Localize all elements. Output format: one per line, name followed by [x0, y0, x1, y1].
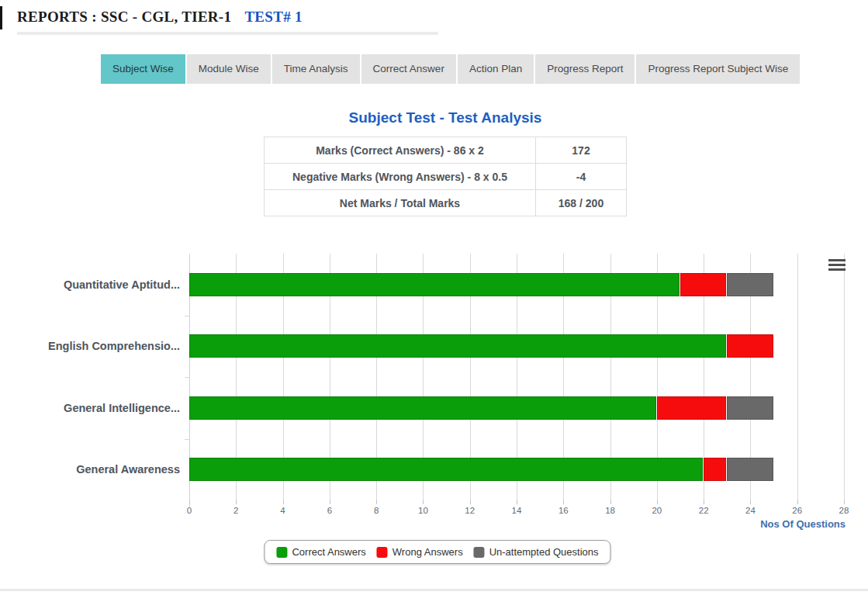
x-axis-tick: [610, 500, 611, 504]
x-axis-tick-label: 28: [828, 506, 859, 515]
y-axis-tick: [185, 316, 189, 317]
bottom-divider: [0, 589, 868, 591]
tab-bar: Subject WiseModule WiseTime AnalysisCorr…: [101, 54, 800, 84]
gridline: [797, 254, 798, 500]
bar-segment-correct-answers[interactable]: [189, 334, 726, 358]
x-axis-tick: [423, 500, 424, 504]
bar-row: [189, 458, 773, 481]
bar-segment-correct-answers[interactable]: [189, 458, 703, 481]
bar-segment-un-attempted-questions[interactable]: [727, 273, 773, 296]
x-axis-tick: [563, 500, 564, 504]
tab-progress-report-subject-wise[interactable]: Progress Report Subject Wise: [636, 54, 800, 84]
report-header: REPORTS : SSC - CGL, TIER-1 TEST# 1: [17, 9, 303, 26]
tab-action-plan[interactable]: Action Plan: [458, 54, 534, 84]
x-axis-tick-label: 8: [361, 506, 392, 515]
marks-table: Marks (Correct Answers) - 86 x 2172Negat…: [264, 137, 627, 216]
x-axis-tick: [657, 500, 658, 504]
gridline: [844, 254, 845, 500]
metric-label: Marks (Correct Answers) - 86 x 2: [265, 137, 536, 164]
x-axis-tick: [376, 500, 377, 504]
tab-progress-report[interactable]: Progress Report: [535, 54, 635, 84]
metric-value: 168 / 200: [536, 190, 627, 216]
analysis-title: Subject Test - Test Analysis: [264, 109, 627, 126]
x-axis-tick: [797, 500, 798, 504]
table-row: Negative Marks (Wrong Answers) - 8 x 0.5…: [265, 164, 627, 190]
x-axis-tick-label: 16: [548, 506, 579, 515]
page-title: REPORTS : SSC - CGL, TIER-1: [17, 9, 231, 25]
table-row: Net Marks / Total Marks168 / 200: [265, 190, 627, 216]
legend-swatch-icon: [377, 547, 388, 558]
category-label: General Awareness: [0, 439, 180, 501]
tab-time-analysis[interactable]: Time Analysis: [272, 54, 360, 84]
metric-value: -4: [536, 164, 627, 190]
legend-label: Correct Answers: [292, 546, 365, 558]
tab-subject-wise[interactable]: Subject Wise: [101, 54, 185, 84]
bar-row: [189, 396, 773, 420]
legend-label: Un-attempted Questions: [489, 546, 599, 558]
metric-label: Negative Marks (Wrong Answers) - 8 x 0.5: [265, 164, 536, 190]
bar-segment-wrong-answers[interactable]: [657, 396, 726, 420]
tab-module-wise[interactable]: Module Wise: [187, 54, 271, 84]
x-axis-tick: [189, 500, 190, 504]
legend-item-un-attempted-questions[interactable]: Un-attempted Questions: [474, 546, 599, 558]
bar-segment-correct-answers[interactable]: [189, 396, 656, 420]
legend-item-correct-answers[interactable]: Correct Answers: [276, 546, 365, 558]
chart-menu-hamburger-icon[interactable]: [828, 259, 846, 271]
x-axis-tick-label: 6: [314, 506, 345, 515]
y-axis-tick: [185, 377, 189, 378]
x-axis-tick: [283, 500, 284, 504]
x-axis-tick-label: 20: [641, 506, 673, 515]
legend-label: Wrong Answers: [393, 546, 463, 558]
x-axis-tick-label: 18: [595, 506, 626, 515]
x-axis-tick-label: 4: [268, 506, 299, 515]
metric-value: 172: [536, 137, 627, 164]
bar-segment-un-attempted-questions[interactable]: [727, 458, 773, 481]
x-axis-tick: [844, 500, 845, 504]
tab-correct-answer[interactable]: Correct Answer: [361, 54, 456, 84]
bar-segment-wrong-answers[interactable]: [680, 273, 726, 296]
table-row: Marks (Correct Answers) - 86 x 2172: [265, 137, 627, 164]
header-divider: [17, 32, 438, 35]
x-axis-tick: [330, 500, 330, 504]
x-axis-tick-label: 22: [688, 506, 719, 515]
y-axis-tick: [185, 439, 189, 440]
category-label: Quantitative Aptitud...: [0, 254, 180, 316]
left-edge-marker: [0, 6, 2, 29]
test-number-link[interactable]: TEST# 1: [244, 9, 302, 25]
bar-row: [189, 334, 773, 358]
bar-segment-wrong-answers[interactable]: [704, 458, 726, 481]
marks-table-body: Marks (Correct Answers) - 86 x 2172Negat…: [265, 137, 627, 216]
chart-legend: Correct AnswersWrong AnswersUn-attempted…: [264, 540, 610, 564]
x-axis-tick: [470, 500, 471, 504]
bar-segment-wrong-answers[interactable]: [727, 334, 773, 358]
x-axis-tick-label: 14: [501, 506, 532, 515]
x-axis-tick: [236, 500, 237, 504]
category-label: English Comprehensio...: [0, 316, 180, 378]
x-axis-title: Nos Of Questions: [760, 518, 846, 530]
legend-swatch-icon: [276, 547, 287, 558]
x-axis-tick: [517, 500, 517, 504]
x-axis-tick-label: 12: [455, 506, 486, 515]
x-axis-tick-label: 24: [735, 506, 766, 515]
subject-bar-chart: Nos Of Questions 02468101214161820222426…: [0, 248, 868, 537]
x-axis-tick: [750, 500, 751, 504]
legend-swatch-icon: [474, 547, 485, 558]
x-axis-tick: [704, 500, 704, 504]
bar-row: [189, 273, 773, 296]
legend-item-wrong-answers[interactable]: Wrong Answers: [377, 546, 463, 558]
category-label: General Intelligence...: [0, 377, 180, 439]
bar-segment-correct-answers[interactable]: [189, 273, 680, 296]
x-axis-tick-label: 2: [220, 506, 251, 515]
bar-segment-un-attempted-questions[interactable]: [727, 396, 773, 420]
x-axis-tick-label: 26: [782, 506, 813, 515]
metric-label: Net Marks / Total Marks: [265, 190, 536, 216]
x-axis-tick-label: 0: [174, 506, 205, 515]
x-axis-tick-label: 10: [407, 506, 438, 515]
